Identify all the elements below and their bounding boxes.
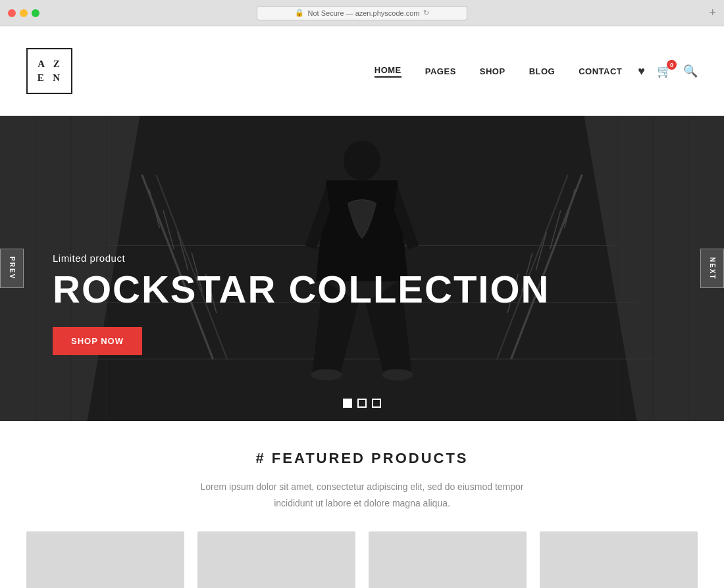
hero-content: Limited product ROCKSTAR COLLECTION SHOP… xyxy=(53,253,550,355)
lock-icon: 🔒 xyxy=(295,9,304,17)
slider-dot-3[interactable] xyxy=(372,399,381,408)
traffic-lights xyxy=(8,9,39,17)
slider-dot-1[interactable] xyxy=(343,399,352,408)
hero-slider: Limited product ROCKSTAR COLLECTION SHOP… xyxy=(0,116,724,421)
search-icon[interactable]: 🔍 xyxy=(683,64,698,78)
slider-prev-button[interactable]: PREV xyxy=(0,249,24,288)
nav-icons: ♥ 🛒 0 🔍 xyxy=(638,64,698,78)
wishlist-icon[interactable]: ♥ xyxy=(638,64,645,78)
minimize-button[interactable] xyxy=(20,9,28,17)
nav-contact[interactable]: CONTACT xyxy=(579,66,622,76)
nav-pages[interactable]: PAGES xyxy=(425,66,456,76)
slider-next-button[interactable]: NEXT xyxy=(700,249,724,288)
prev-label: PREV xyxy=(9,257,16,280)
url-text: Not Secure — azen.physcode.com xyxy=(308,9,420,17)
nav-shop[interactable]: SHOP xyxy=(480,66,505,76)
logo-text: A ZE N xyxy=(38,57,61,85)
nav-home[interactable]: HOME xyxy=(375,65,401,78)
close-button[interactable] xyxy=(8,9,16,17)
address-bar[interactable]: 🔒 Not Secure — azen.physcode.com ↻ xyxy=(257,6,467,20)
site-logo[interactable]: A ZE N xyxy=(26,48,72,94)
new-tab-button[interactable]: + xyxy=(709,6,716,20)
shop-now-button[interactable]: SHOP NOW xyxy=(53,327,142,355)
featured-description: Lorem ipsum dolor sit amet, consectetur … xyxy=(0,479,724,512)
hero-subtitle: Limited product xyxy=(53,253,550,264)
main-nav: HOME PAGES SHOP BLOG CONTACT xyxy=(375,65,623,78)
site-header: A ZE N HOME PAGES SHOP BLOG CONTACT ♥ 🛒 … xyxy=(0,26,724,116)
product-card-4[interactable] xyxy=(540,531,698,588)
browser-chrome: 🔒 Not Secure — azen.physcode.com ↻ + xyxy=(0,0,724,26)
hero-title: ROCKSTAR COLLECTION xyxy=(53,270,550,308)
cart-badge: 0 xyxy=(667,60,677,70)
slider-dots xyxy=(343,399,381,408)
website-container: A ZE N HOME PAGES SHOP BLOG CONTACT ♥ 🛒 … xyxy=(0,26,724,588)
next-label: NEXT xyxy=(709,257,716,280)
cart-icon[interactable]: 🛒 0 xyxy=(657,64,671,78)
product-card-1[interactable] xyxy=(26,531,184,588)
refresh-icon[interactable]: ↻ xyxy=(423,9,429,17)
product-card-3[interactable] xyxy=(369,531,527,588)
fullscreen-button[interactable] xyxy=(32,9,39,17)
hero-background: Limited product ROCKSTAR COLLECTION SHOP… xyxy=(0,116,724,421)
featured-title: # FEATURED PRODUCTS xyxy=(0,450,724,467)
slider-dot-2[interactable] xyxy=(357,399,367,408)
featured-products-section: # FEATURED PRODUCTS Lorem ipsum dolor si… xyxy=(0,421,724,588)
products-row xyxy=(0,531,724,588)
product-card-2[interactable] xyxy=(197,531,355,588)
nav-blog[interactable]: BLOG xyxy=(529,66,556,76)
